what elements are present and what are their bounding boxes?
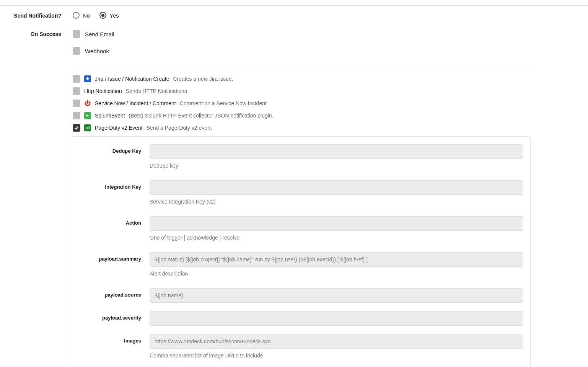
images-help: Comma separated list of image URLs to in… <box>150 352 523 359</box>
splunk-plugin-desc: (Beta) Splunk HTTP Event collector JSON … <box>129 113 274 119</box>
http-plugin-desc: Sends HTTP Notifications <box>126 88 187 94</box>
radio-label-yes: Yes <box>109 12 119 19</box>
send-notification-yes-radio[interactable]: Yes <box>99 12 119 19</box>
splunk-icon <box>84 112 91 119</box>
pagerduty-config-panel: Dedupe Key Dedupe key Integration Key Se… <box>73 136 531 367</box>
servicenow-plugin-name: Service Now / Incident / Comment <box>95 100 176 106</box>
radio-label-no: No <box>83 12 90 19</box>
servicenow-plugin-checkbox[interactable] <box>73 99 80 107</box>
images-input[interactable] <box>150 334 523 349</box>
radio-icon <box>73 12 80 19</box>
on-success-label: On Success <box>0 30 73 37</box>
jira-plugin-name: Jira / Issue / Notification Create <box>95 76 169 82</box>
payload-severity-input[interactable] <box>150 311 523 326</box>
jira-icon <box>84 75 91 82</box>
integration-key-help: Service Integration Key (v2) <box>150 199 523 205</box>
action-label: Action <box>77 216 150 241</box>
send-email-checkbox[interactable] <box>73 30 80 38</box>
images-label: Images <box>77 334 150 359</box>
payload-source-input[interactable] <box>150 288 523 303</box>
dedupe-key-input[interactable] <box>150 144 523 159</box>
payload-summary-input[interactable] <box>150 252 523 267</box>
payload-source-label: payload.source <box>77 288 150 303</box>
splunk-plugin-checkbox[interactable] <box>73 112 80 119</box>
pagerduty-icon: pd <box>84 124 91 131</box>
servicenow-icon: ⏻ <box>84 100 91 107</box>
jira-plugin-desc: Creates a new Jira issue. <box>173 76 233 82</box>
webhook-checkbox[interactable] <box>73 47 80 55</box>
send-notification-no-radio[interactable]: No <box>73 12 90 19</box>
pagerduty-plugin-desc: Send a PagerDuty v2 event <box>147 125 212 131</box>
action-help: One of trigger | acknowledge | resolve <box>150 235 523 241</box>
payload-summary-label: payload.summary <box>77 252 150 277</box>
integration-key-label: Integration Key <box>77 180 150 205</box>
action-input[interactable] <box>150 216 523 231</box>
webhook-label: Webhook <box>85 48 109 54</box>
radio-icon <box>99 12 106 19</box>
http-plugin-name: Http Notification <box>84 88 122 94</box>
integration-key-input[interactable] <box>150 180 523 195</box>
divider <box>73 68 531 68</box>
jira-plugin-checkbox[interactable] <box>73 75 80 83</box>
servicenow-plugin-desc: Comment on a Service Now Incident <box>180 100 267 106</box>
dedupe-key-label: Dedupe Key <box>77 144 150 169</box>
http-plugin-checkbox[interactable] <box>73 87 80 95</box>
payload-severity-label: payload.severity <box>77 311 150 326</box>
pagerduty-plugin-name: PagerDuty v2 Event <box>95 125 143 131</box>
send-email-label: Send Email <box>85 31 114 38</box>
payload-summary-help: Alert description <box>150 271 523 277</box>
send-notification-label: Send Notification? <box>0 12 73 19</box>
pagerduty-plugin-checkbox[interactable] <box>73 124 80 132</box>
dedupe-key-help: Dedupe key <box>150 163 523 169</box>
splunk-plugin-name: SplunkEvent <box>95 113 125 119</box>
